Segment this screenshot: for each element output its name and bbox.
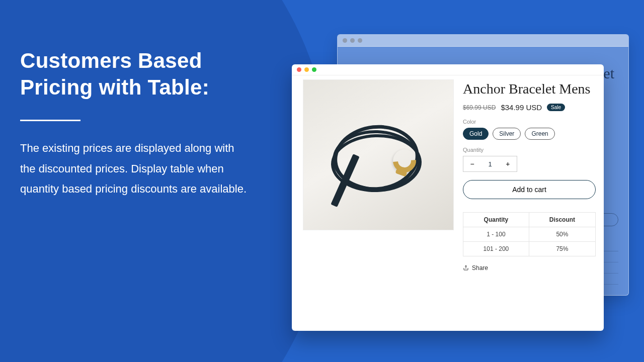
sale-price: $34.99 USD bbox=[501, 103, 542, 112]
traffic-light-close-icon[interactable] bbox=[297, 67, 301, 72]
product-details: Anchor Bracelet Mens $69.99 USD $34.99 U… bbox=[463, 79, 596, 323]
window-dot-icon bbox=[350, 38, 355, 43]
marketing-body: The existing prices are displayed along … bbox=[20, 138, 252, 200]
traffic-light-min-icon[interactable] bbox=[304, 67, 309, 72]
window-dot-icon bbox=[358, 38, 362, 43]
product-panel: Anchor Bracelet Mens $69.99 USD $34.99 U… bbox=[292, 75, 604, 331]
table-row: 101 - 200 75% bbox=[463, 242, 596, 256]
marketing-headline: Customers Based Pricing with Table: bbox=[20, 48, 252, 101]
share-button[interactable]: Share bbox=[463, 264, 596, 272]
add-to-cart-button[interactable]: Add to cart bbox=[463, 180, 596, 199]
quantity-stepper: − 1 + bbox=[463, 156, 517, 172]
compare-at-price: $69.99 USD bbox=[463, 104, 496, 111]
traffic-light-max-icon[interactable] bbox=[312, 67, 316, 72]
sale-badge: Sale bbox=[547, 104, 565, 111]
color-label: Color bbox=[463, 119, 596, 125]
color-option-green[interactable]: Green bbox=[525, 128, 554, 140]
window-dot-icon bbox=[343, 38, 347, 43]
discount-header-disc: Discount bbox=[529, 213, 595, 227]
window-chrome-bar bbox=[338, 35, 628, 47]
discount-header-qty: Quantity bbox=[463, 213, 529, 227]
color-option-silver[interactable]: Silver bbox=[493, 128, 521, 140]
color-options: Gold Silver Green bbox=[463, 128, 596, 140]
share-label: Share bbox=[472, 264, 488, 272]
color-option-gold[interactable]: Gold bbox=[463, 128, 489, 140]
quantity-decrement-button[interactable]: − bbox=[463, 156, 481, 171]
product-title: Anchor Bracelet Mens bbox=[463, 80, 596, 97]
window-chrome-bar bbox=[292, 64, 604, 75]
quantity-value: 1 bbox=[481, 160, 499, 168]
foreground-window: Anchor Bracelet Mens $69.99 USD $34.99 U… bbox=[292, 64, 604, 331]
share-icon bbox=[463, 265, 469, 271]
product-image[interactable] bbox=[303, 79, 454, 230]
table-row: 1 - 100 50% bbox=[463, 227, 596, 242]
divider bbox=[20, 120, 80, 121]
price-row: $69.99 USD $34.99 USD Sale bbox=[463, 103, 596, 112]
discount-table: Quantity Discount 1 - 100 50% 101 - 200 … bbox=[463, 212, 596, 256]
quantity-label: Quantity bbox=[463, 147, 596, 153]
quantity-increment-button[interactable]: + bbox=[499, 156, 517, 171]
marketing-copy: Customers Based Pricing with Table: The … bbox=[20, 48, 252, 200]
